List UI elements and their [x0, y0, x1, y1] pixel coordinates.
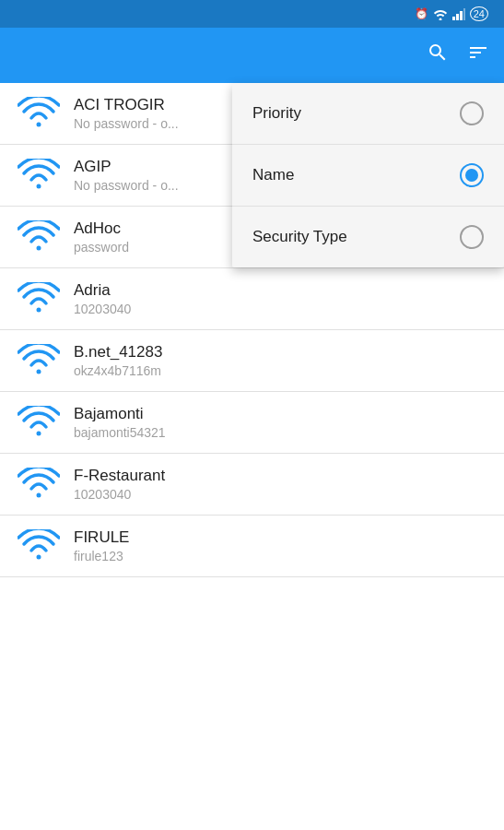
item-name: F-Restaurant [74, 467, 489, 485]
item-name: B.net_41283 [74, 343, 489, 362]
wifi-icon [15, 97, 63, 130]
dropdown-label: Security Type [252, 228, 347, 246]
svg-point-12 [37, 555, 41, 560]
list-item[interactable]: B.net_41283 okz4x4b7116m [0, 330, 504, 392]
item-password: firule123 [74, 549, 489, 563]
list-item[interactable]: FIRULE firule123 [0, 516, 504, 577]
sort-dropdown: Priority Name Security Type [232, 83, 504, 267]
wifi-icon [15, 220, 63, 254]
wifi-icon [15, 406, 63, 439]
item-name: Adria [74, 281, 489, 300]
app-bar-icons [427, 42, 489, 69]
item-name: FIRULE [74, 528, 489, 547]
svg-rect-2 [456, 14, 459, 20]
svg-point-11 [37, 493, 41, 498]
badge-24-icon: 24 [470, 6, 488, 21]
status-bar: ⏰ 24 [0, 0, 504, 28]
svg-point-8 [37, 308, 41, 313]
item-password: 10203040 [74, 302, 489, 316]
dropdown-label: Priority [252, 104, 301, 123]
list-item[interactable]: F-Restaurant 10203040 [0, 454, 504, 516]
svg-rect-4 [463, 8, 465, 20]
item-password: okz4x4b7116m [74, 363, 489, 378]
item-password: bajamonti54321 [74, 425, 489, 440]
filter-sort-icon[interactable] [467, 42, 489, 69]
dropdown-item-security-type[interactable]: Security Type [232, 207, 504, 267]
svg-rect-1 [452, 17, 455, 20]
dropdown-item-priority[interactable]: Priority [232, 83, 504, 145]
svg-point-9 [37, 370, 41, 374]
search-icon[interactable] [427, 42, 449, 69]
item-name: Bajamonti [74, 405, 489, 423]
wifi-icon [15, 344, 63, 377]
list-item[interactable]: Adria 10203040 [0, 268, 504, 330]
list-item[interactable]: Bajamonti bajamonti54321 [0, 392, 504, 454]
item-text: Bajamonti bajamonti54321 [74, 405, 489, 440]
wifi-icon [15, 529, 63, 563]
svg-point-7 [37, 246, 41, 251]
item-text: Adria 10203040 [74, 281, 489, 316]
item-password: 10203040 [74, 487, 489, 502]
svg-point-10 [37, 432, 41, 436]
status-icons: ⏰ 24 [415, 6, 493, 21]
app-bar [0, 28, 504, 83]
dropdown-label: Name [252, 166, 294, 184]
wifi-icon [15, 159, 63, 192]
signal-icon [452, 7, 465, 20]
svg-rect-3 [460, 11, 463, 20]
svg-point-0 [439, 18, 441, 21]
svg-point-6 [37, 184, 41, 189]
wifi-status-icon [433, 7, 448, 20]
wifi-icon [15, 282, 63, 315]
svg-point-5 [37, 123, 41, 127]
radio-selected [460, 163, 484, 187]
item-text: B.net_41283 okz4x4b7116m [74, 343, 489, 378]
radio-unselected [460, 101, 484, 125]
wifi-icon [15, 468, 63, 501]
item-text: FIRULE firule123 [74, 528, 489, 563]
alarm-icon: ⏰ [415, 7, 428, 20]
radio-unselected [460, 225, 484, 249]
dropdown-item-name[interactable]: Name [232, 145, 504, 207]
item-text: F-Restaurant 10203040 [74, 467, 489, 502]
